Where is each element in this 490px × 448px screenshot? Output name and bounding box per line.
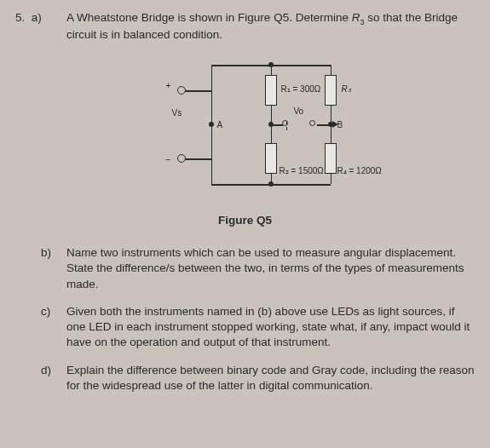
circuit-figure: + − Vs A B Vo R₁ = 300Ω R₃ R₂ = 1500Ω R₄… — [15, 56, 475, 228]
part-d-text: Explain the difference between binary co… — [66, 363, 475, 393]
wire — [271, 124, 283, 126]
node-b-label: B — [337, 119, 343, 131]
vs-label: Vs — [172, 107, 182, 119]
circuit-diagram: + − Vs A B Vo R₁ = 300Ω R₃ R₂ = 1500Ω R₄… — [135, 56, 356, 201]
minus-label: − — [166, 154, 171, 166]
terminal-positive-icon — [177, 86, 186, 95]
q5-num: 5. — [15, 11, 25, 24]
r3-label: R₃ — [342, 83, 351, 95]
question-5c-row: c) Given both the instruments named in (… — [15, 304, 475, 351]
resistor-r2-icon — [265, 143, 277, 174]
wire — [182, 90, 211, 92]
a-text-1: A Wheatstone Bridge is shown in Figure Q… — [66, 11, 352, 24]
wire — [286, 121, 288, 124]
arrow-right-icon — [332, 121, 338, 128]
r2-label: R₂ = 1500Ω — [280, 165, 324, 177]
question-5b-row: b) Name two instruments which can be use… — [15, 245, 475, 292]
part-a-text: A Wheatstone Bridge is shown in Figure Q… — [66, 10, 475, 43]
vo-terminal-icon — [309, 120, 315, 126]
plus-label: + — [166, 80, 171, 92]
part-b-label: b) — [15, 245, 66, 292]
part-c-text: Given both the instruments named in (b) … — [66, 304, 475, 351]
node-icon — [268, 181, 274, 187]
question-5d-row: d) Explain the difference between binary… — [15, 363, 475, 393]
terminal-negative-icon — [177, 154, 186, 163]
question-5a-row: 5. a) A Wheatstone Bridge is shown in Fi… — [15, 10, 475, 43]
node-a-label: A — [217, 119, 223, 131]
vo-label: Vo — [294, 106, 304, 118]
figure-caption: Figure Q5 — [218, 213, 272, 228]
resistor-r3-icon — [325, 75, 337, 106]
resistor-r4-icon — [325, 143, 337, 174]
resistor-r1-icon — [265, 75, 277, 106]
part-d-label: d) — [15, 363, 66, 393]
part-b-text: Name two instruments which can be used t… — [66, 245, 475, 292]
question-number: 5. a) — [15, 10, 66, 43]
r3-sym: R — [352, 11, 360, 24]
part-c-label: c) — [15, 304, 66, 351]
wire — [286, 127, 288, 130]
wire — [317, 124, 331, 126]
wire — [182, 158, 211, 160]
node-icon — [209, 122, 214, 127]
part-a-label: a) — [32, 11, 42, 24]
node-icon — [268, 62, 274, 67]
r4-label: R₄ = 1200Ω — [337, 165, 382, 177]
r1-label: R₁ = 300Ω — [281, 83, 321, 95]
